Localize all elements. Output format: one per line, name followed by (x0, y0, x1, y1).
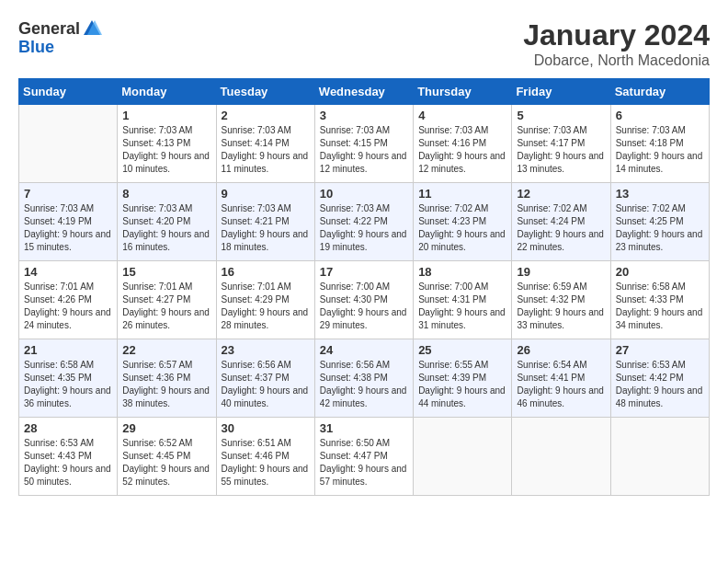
day-info: Sunrise: 6:56 AMSunset: 4:38 PMDaylight:… (320, 359, 408, 410)
day-info: Sunrise: 6:57 AMSunset: 4:36 PMDaylight:… (122, 359, 210, 410)
calendar-cell: 23Sunrise: 6:56 AMSunset: 4:37 PMDayligh… (216, 339, 314, 418)
location-subtitle: Dobarce, North Macedonia (523, 52, 710, 69)
calendar-week-row: 1Sunrise: 7:03 AMSunset: 4:13 PMDaylight… (19, 105, 710, 183)
calendar-cell: 8Sunrise: 7:03 AMSunset: 4:20 PMDaylight… (118, 183, 216, 261)
day-number: 1 (122, 109, 210, 122)
day-number: 20 (616, 265, 704, 279)
calendar-week-row: 28Sunrise: 6:53 AMSunset: 4:43 PMDayligh… (19, 418, 710, 496)
header-friday: Friday (512, 79, 610, 105)
day-info: Sunrise: 7:03 AMSunset: 4:15 PMDaylight:… (320, 124, 408, 176)
calendar-cell (512, 418, 610, 496)
calendar-cell: 1Sunrise: 7:03 AMSunset: 4:13 PMDaylight… (118, 105, 216, 183)
day-info: Sunrise: 6:51 AMSunset: 4:46 PMDaylight:… (222, 437, 310, 488)
day-number: 24 (320, 343, 408, 357)
calendar-cell: 16Sunrise: 7:01 AMSunset: 4:29 PMDayligh… (216, 261, 314, 339)
day-info: Sunrise: 6:58 AMSunset: 4:33 PMDaylight:… (616, 281, 704, 332)
day-info: Sunrise: 7:01 AMSunset: 4:29 PMDaylight:… (222, 281, 310, 332)
day-number: 15 (122, 265, 210, 279)
calendar-week-row: 7Sunrise: 7:03 AMSunset: 4:19 PMDaylight… (19, 183, 710, 261)
day-number: 4 (418, 109, 506, 122)
day-info: Sunrise: 6:53 AMSunset: 4:42 PMDaylight:… (616, 359, 704, 410)
header-monday: Monday (118, 79, 216, 105)
calendar-cell: 27Sunrise: 6:53 AMSunset: 4:42 PMDayligh… (610, 339, 709, 418)
day-number: 19 (517, 265, 605, 279)
title-area: January 2024 Dobarce, North Macedonia (523, 18, 710, 69)
calendar-cell: 3Sunrise: 7:03 AMSunset: 4:15 PMDaylight… (314, 105, 413, 183)
calendar-cell: 22Sunrise: 6:57 AMSunset: 4:36 PMDayligh… (118, 339, 216, 418)
day-info: Sunrise: 7:01 AMSunset: 4:26 PMDaylight:… (24, 281, 112, 332)
day-info: Sunrise: 6:52 AMSunset: 4:45 PMDaylight:… (122, 437, 210, 488)
calendar-cell: 15Sunrise: 7:01 AMSunset: 4:27 PMDayligh… (118, 261, 216, 339)
calendar-cell: 24Sunrise: 6:56 AMSunset: 4:38 PMDayligh… (314, 339, 413, 418)
day-info: Sunrise: 6:55 AMSunset: 4:39 PMDaylight:… (418, 359, 506, 410)
day-number: 23 (222, 343, 310, 357)
day-number: 5 (517, 109, 605, 122)
day-number: 31 (320, 421, 408, 435)
day-info: Sunrise: 7:03 AMSunset: 4:14 PMDaylight:… (222, 124, 310, 176)
day-number: 12 (517, 187, 605, 201)
calendar-cell: 31Sunrise: 6:50 AMSunset: 4:47 PMDayligh… (314, 418, 413, 496)
day-number: 22 (122, 343, 210, 357)
day-info: Sunrise: 7:03 AMSunset: 4:17 PMDaylight:… (517, 124, 605, 176)
day-number: 29 (122, 421, 210, 435)
day-info: Sunrise: 7:02 AMSunset: 4:23 PMDaylight:… (418, 202, 506, 254)
calendar-cell: 30Sunrise: 6:51 AMSunset: 4:46 PMDayligh… (216, 418, 314, 496)
day-number: 18 (418, 265, 506, 279)
day-info: Sunrise: 7:00 AMSunset: 4:30 PMDaylight:… (320, 281, 408, 332)
day-number: 7 (24, 187, 112, 201)
day-info: Sunrise: 7:03 AMSunset: 4:18 PMDaylight:… (616, 124, 704, 176)
calendar-cell (610, 418, 709, 496)
day-info: Sunrise: 7:00 AMSunset: 4:31 PMDaylight:… (418, 281, 506, 332)
day-info: Sunrise: 7:03 AMSunset: 4:13 PMDaylight:… (122, 124, 210, 176)
calendar-week-row: 14Sunrise: 7:01 AMSunset: 4:26 PMDayligh… (19, 261, 710, 339)
calendar-cell: 12Sunrise: 7:02 AMSunset: 4:24 PMDayligh… (512, 183, 610, 261)
day-info: Sunrise: 7:03 AMSunset: 4:21 PMDaylight:… (222, 202, 310, 254)
day-number: 3 (320, 109, 408, 122)
calendar-cell: 20Sunrise: 6:58 AMSunset: 4:33 PMDayligh… (610, 261, 709, 339)
calendar-cell: 11Sunrise: 7:02 AMSunset: 4:23 PMDayligh… (414, 183, 512, 261)
calendar-cell: 5Sunrise: 7:03 AMSunset: 4:17 PMDaylight… (512, 105, 610, 183)
logo-icon (82, 18, 102, 39)
calendar-table: SundayMondayTuesdayWednesdayThursdayFrid… (18, 78, 710, 496)
day-number: 26 (517, 343, 605, 357)
calendar-cell: 13Sunrise: 7:02 AMSunset: 4:25 PMDayligh… (610, 183, 709, 261)
day-number: 6 (616, 109, 704, 122)
calendar-cell: 17Sunrise: 7:00 AMSunset: 4:30 PMDayligh… (314, 261, 413, 339)
day-info: Sunrise: 6:53 AMSunset: 4:43 PMDaylight:… (24, 437, 112, 488)
calendar-cell: 21Sunrise: 6:58 AMSunset: 4:35 PMDayligh… (19, 339, 118, 418)
calendar-cell: 6Sunrise: 7:03 AMSunset: 4:18 PMDaylight… (610, 105, 709, 183)
calendar-cell: 4Sunrise: 7:03 AMSunset: 4:16 PMDaylight… (414, 105, 512, 183)
day-info: Sunrise: 6:54 AMSunset: 4:41 PMDaylight:… (517, 359, 605, 410)
day-info: Sunrise: 7:02 AMSunset: 4:25 PMDaylight:… (616, 202, 704, 254)
logo-blue: Blue (18, 39, 54, 55)
day-number: 14 (24, 265, 112, 279)
day-info: Sunrise: 6:56 AMSunset: 4:37 PMDaylight:… (222, 359, 310, 410)
day-number: 25 (418, 343, 506, 357)
calendar-cell: 28Sunrise: 6:53 AMSunset: 4:43 PMDayligh… (19, 418, 118, 496)
day-number: 21 (24, 343, 112, 357)
month-title: January 2024 (523, 18, 710, 52)
calendar-cell: 19Sunrise: 6:59 AMSunset: 4:32 PMDayligh… (512, 261, 610, 339)
day-number: 17 (320, 265, 408, 279)
day-number: 28 (24, 421, 112, 435)
day-number: 30 (222, 421, 310, 435)
header-thursday: Thursday (414, 79, 512, 105)
day-info: Sunrise: 7:02 AMSunset: 4:24 PMDaylight:… (517, 202, 605, 254)
day-number: 2 (222, 109, 310, 122)
calendar-week-row: 21Sunrise: 6:58 AMSunset: 4:35 PMDayligh… (19, 339, 710, 418)
calendar-cell: 7Sunrise: 7:03 AMSunset: 4:19 PMDaylight… (19, 183, 118, 261)
day-number: 16 (222, 265, 310, 279)
calendar-cell (414, 418, 512, 496)
day-info: Sunrise: 6:59 AMSunset: 4:32 PMDaylight:… (517, 281, 605, 332)
calendar-header-row: SundayMondayTuesdayWednesdayThursdayFrid… (19, 79, 710, 105)
day-info: Sunrise: 7:03 AMSunset: 4:20 PMDaylight:… (122, 202, 210, 254)
header-wednesday: Wednesday (314, 79, 413, 105)
calendar-cell: 26Sunrise: 6:54 AMSunset: 4:41 PMDayligh… (512, 339, 610, 418)
day-number: 10 (320, 187, 408, 201)
day-info: Sunrise: 7:03 AMSunset: 4:22 PMDaylight:… (320, 202, 408, 254)
day-number: 11 (418, 187, 506, 201)
logo-general: General (18, 20, 80, 37)
calendar-cell: 18Sunrise: 7:00 AMSunset: 4:31 PMDayligh… (414, 261, 512, 339)
page-header: General Blue January 2024 Dobarce, North… (18, 18, 710, 69)
header-saturday: Saturday (610, 79, 709, 105)
